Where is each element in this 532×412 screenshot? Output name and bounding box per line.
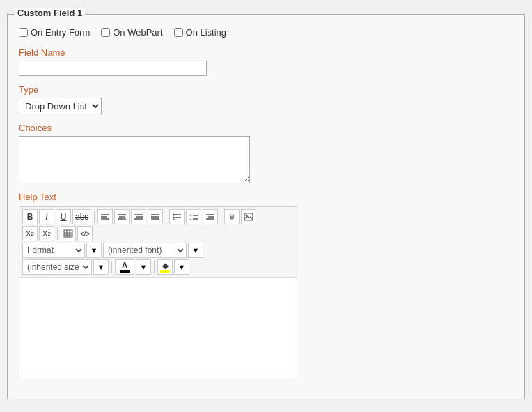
svg-rect-25	[244, 213, 253, 220]
format-dropdown-btn[interactable]: ▼	[86, 243, 102, 258]
choices-label: Choices	[19, 123, 513, 133]
numbered-list-button[interactable]: 1.2.	[186, 209, 201, 224]
format-select[interactable]: Format Heading 1 Heading 2 Paragraph	[22, 243, 85, 258]
separator-2	[166, 211, 166, 223]
toolbar-row-3: Format Heading 1 Heading 2 Paragraph ▼ (…	[22, 243, 294, 258]
font-color-dropdown[interactable]: ▼	[136, 259, 151, 275]
on-listing-label[interactable]: On Listing	[174, 27, 227, 38]
underline-button[interactable]: U	[56, 209, 71, 224]
field-name-label: Field Name	[19, 47, 513, 58]
svg-rect-27	[64, 230, 72, 237]
on-entry-form-text: On Entry Form	[31, 27, 90, 38]
on-listing-checkbox[interactable]	[174, 28, 183, 37]
type-label: Type	[19, 84, 513, 95]
font-dropdown-btn[interactable]: ▼	[188, 243, 203, 258]
link-button[interactable]	[224, 209, 240, 224]
separator-1	[94, 211, 95, 223]
on-webpart-label[interactable]: On WebPart	[101, 27, 162, 38]
image-button[interactable]	[241, 209, 256, 224]
on-webpart-checkbox[interactable]	[101, 28, 110, 37]
toolbar-row-1: B I U abc	[22, 209, 294, 224]
font-color-icon: A	[122, 261, 128, 270]
help-text-row: Help Text B I U abc	[19, 192, 513, 379]
indent-button[interactable]	[203, 209, 218, 224]
help-text-label: Help Text	[19, 192, 513, 202]
superscript-button[interactable]: X2	[39, 226, 54, 241]
svg-point-14	[173, 217, 175, 219]
group-legend: Custom Field 1	[15, 8, 85, 18]
separator-3	[221, 211, 221, 223]
strikethrough-button[interactable]: abc	[72, 209, 91, 224]
on-webpart-text: On WebPart	[113, 27, 162, 38]
choices-textarea[interactable]	[19, 136, 250, 183]
type-row: Type Drop Down List Text Number Date Che…	[19, 84, 513, 114]
editor-content[interactable]	[19, 277, 297, 379]
size-select[interactable]: (inherited size) 8pt 10pt 12pt 14pt	[22, 259, 92, 275]
svg-text:2.: 2.	[189, 217, 191, 220]
toolbar-row-2: X2 X2 </>	[22, 226, 294, 241]
rich-text-editor: B I U abc	[19, 206, 297, 379]
separator-6	[154, 261, 155, 273]
type-select[interactable]: Drop Down List Text Number Date Checkbox	[19, 98, 102, 114]
highlight-dropdown[interactable]: ▼	[174, 259, 189, 275]
checkboxes-row: On Entry Form On WebPart On Listing	[19, 27, 513, 38]
align-justify-button[interactable]	[148, 209, 163, 224]
highlight-button[interactable]: ◆	[157, 259, 173, 275]
separator-5	[111, 261, 112, 273]
bullet-list-button[interactable]	[169, 209, 185, 224]
custom-field-group: Custom Field 1 On Entry Form On WebPart …	[7, 14, 525, 399]
on-listing-text: On Listing	[186, 27, 227, 38]
html-button[interactable]: </>	[77, 226, 93, 241]
italic-button[interactable]: I	[39, 209, 54, 224]
field-name-row: Field Name	[19, 47, 513, 76]
toolbar-row-4: (inherited size) 8pt 10pt 12pt 14pt ▼ A	[22, 259, 294, 275]
font-color-indicator	[120, 270, 130, 273]
align-right-button[interactable]	[131, 209, 146, 224]
on-entry-form-label[interactable]: On Entry Form	[19, 27, 90, 38]
svg-point-12	[173, 214, 175, 216]
table-button[interactable]	[61, 226, 76, 241]
highlight-color-indicator	[160, 270, 170, 273]
font-select[interactable]: (inherited font) Arial Times New Roman V…	[103, 243, 187, 258]
svg-point-16	[173, 219, 175, 220]
align-center-button[interactable]	[114, 209, 130, 224]
field-name-input[interactable]	[19, 61, 207, 76]
on-entry-form-checkbox[interactable]	[19, 28, 28, 37]
font-color-button[interactable]: A	[115, 259, 134, 275]
bold-button[interactable]: B	[22, 209, 38, 224]
highlight-icon: ◆	[162, 261, 169, 270]
size-dropdown-btn[interactable]: ▼	[93, 259, 109, 275]
align-left-button[interactable]	[97, 209, 113, 224]
toolbar: B I U abc	[19, 207, 297, 277]
separator-4	[57, 227, 58, 240]
subscript-button[interactable]: X2	[22, 226, 38, 241]
choices-row: Choices	[19, 123, 513, 183]
